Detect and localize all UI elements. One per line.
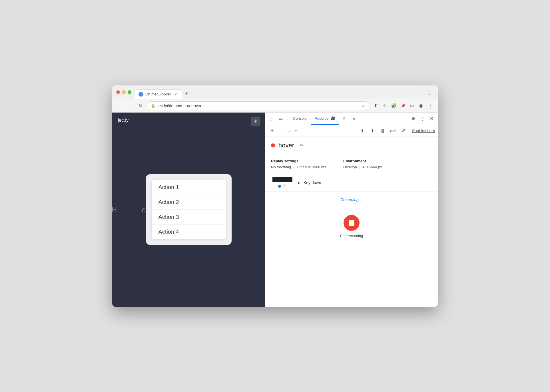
- reload-button[interactable]: ↻: [136, 102, 144, 110]
- console-tab[interactable]: Console: [290, 112, 310, 125]
- replay-recording-button[interactable]: ▷⏎: [389, 127, 397, 135]
- warning-icon: ⚠: [283, 183, 287, 189]
- tab-title: On menu hover: [145, 92, 171, 96]
- close-recorder-tab-button[interactable]: ✕: [340, 115, 348, 123]
- replay-settings-col: Replay settings No throttling | Timeout:…: [271, 159, 326, 169]
- menu-item-1[interactable]: Action 1: [152, 180, 226, 195]
- recording-header: hover ✏: [265, 137, 438, 154]
- settings-section: Replay settings No throttling | Timeout:…: [265, 154, 438, 174]
- search-icon: ⌕: [362, 103, 365, 108]
- close-traffic-light[interactable]: [116, 90, 120, 94]
- recording-name-text: hover: [284, 129, 294, 133]
- timeout-value: Timeout: 5000 ms: [296, 165, 326, 169]
- nav-icons: ⬆ ☆ 🧩 📌 ▭ ◉ ⋮: [372, 102, 434, 110]
- stop-icon: [349, 220, 354, 226]
- environment-col: Environment Desktop | 461×660 px: [343, 159, 382, 169]
- recording-dot: [271, 143, 275, 147]
- new-tab-button[interactable]: +: [182, 88, 191, 99]
- tab-overflow-button[interactable]: ⌄: [425, 89, 434, 98]
- nav-bar: ← → ↻ 🔒 jec.fyi/demo/menu-hover ⌕ ⬆ ☆ 🧩 …: [112, 99, 438, 113]
- tab-favicon: J: [138, 92, 143, 97]
- devtools-close-button[interactable]: ✕: [427, 115, 435, 123]
- recorder-divider: [279, 128, 279, 134]
- address-bar[interactable]: 🔒 jec.fyi/demo/menu-hover ⌕: [146, 101, 369, 110]
- dimensions-value: 461×660 px: [362, 165, 382, 169]
- upload-recording-button[interactable]: ⬆: [358, 127, 366, 135]
- url-text: jec.fyi/demo/menu-hover: [158, 103, 360, 108]
- toolbar-divider-2: [407, 116, 407, 121]
- recorder-icon: 🎥: [331, 116, 335, 120]
- stop-recording-button[interactable]: [344, 215, 360, 231]
- theme-toggle-button[interactable]: ☀: [251, 117, 260, 126]
- lock-icon: 🔒: [151, 103, 155, 108]
- browser-window: J On menu hover ✕ + ⌄ ← → ↻ 🔒 jec.fyi/de…: [112, 85, 438, 307]
- recorder-toolbar: + hover ▾ ⬆ ⬇ 🗑 ▷⏎ ↺ Send feedback: [265, 125, 438, 137]
- share-button[interactable]: ⬆: [372, 102, 380, 110]
- download-recording-button[interactable]: ⬇: [369, 127, 377, 135]
- event-timeline: ⚠: [271, 177, 294, 189]
- devtools-panel: ⬚ ▭ Console Recorder 🎥 ✕ » ⚙ ⋮ ✕: [265, 113, 438, 307]
- event-bar: [272, 177, 292, 182]
- page-greeting-text: H e!: [112, 205, 148, 214]
- recording-title: hover: [278, 142, 294, 149]
- expand-icon[interactable]: ▶: [297, 181, 301, 185]
- recorder-tab[interactable]: Recorder 🎥: [311, 112, 339, 125]
- menu-item-3[interactable]: Action 3: [152, 210, 226, 225]
- webpage-logo: jec.fyi: [118, 118, 130, 123]
- bookmark-button[interactable]: ☆: [381, 102, 389, 110]
- tabs-area: J On menu hover ✕ +: [134, 88, 422, 99]
- slow-replay-button[interactable]: ↺: [400, 127, 408, 135]
- more-tabs-button[interactable]: »: [350, 115, 358, 123]
- add-recording-button[interactable]: +: [268, 127, 276, 135]
- events-area: ⚠ ▶ Key down Recording…: [265, 174, 438, 307]
- device-toolbar-button[interactable]: ▭: [277, 115, 285, 123]
- cast-button[interactable]: ▭: [408, 102, 416, 110]
- toolbar-divider: [287, 116, 287, 121]
- event-dot: [278, 185, 281, 188]
- webpage-panel: jec.fyi ☀ H e! Action 1 Action 2 Action …: [112, 113, 265, 307]
- menu-card: Action 1 Action 2 Action 3 Action 4: [146, 174, 232, 245]
- end-recording-label: End recording: [340, 234, 363, 238]
- traffic-lights: [116, 90, 131, 97]
- recording-status: Recording…: [265, 192, 438, 208]
- menu-item-2[interactable]: Action 2: [152, 195, 226, 210]
- dropdown-icon: ▾: [295, 129, 297, 133]
- devtools-more-button[interactable]: ⋮: [418, 115, 426, 123]
- event-info: ▶ Key down: [297, 180, 321, 185]
- replay-settings-value: No throttling | Timeout: 5000 ms: [271, 165, 326, 169]
- event-row: ⚠ ▶ Key down: [265, 174, 438, 192]
- chrome-more-button[interactable]: ⋮: [426, 102, 434, 110]
- pin-button[interactable]: 📌: [399, 102, 407, 110]
- recorder-right-buttons: ⬆ ⬇ 🗑 ▷⏎ ↺ Send feedback: [358, 127, 435, 135]
- minimize-traffic-light[interactable]: [122, 90, 126, 94]
- back-button[interactable]: ←: [116, 102, 124, 110]
- edit-title-button[interactable]: ✏: [298, 141, 306, 149]
- tab-close-button[interactable]: ✕: [173, 92, 178, 97]
- environment-value: Desktop | 461×660 px: [343, 165, 382, 169]
- profile-button[interactable]: ◉: [417, 102, 425, 110]
- delete-recording-button[interactable]: 🗑: [379, 127, 387, 135]
- menu-inner: Action 1 Action 2 Action 3 Action 4: [152, 180, 226, 239]
- forward-button[interactable]: →: [126, 102, 134, 110]
- inspect-element-button[interactable]: ⬚: [268, 115, 276, 123]
- throttling-value: No throttling: [271, 165, 291, 169]
- menu-item-4[interactable]: Action 4: [152, 225, 226, 239]
- maximize-traffic-light[interactable]: [128, 90, 131, 94]
- extensions-button[interactable]: 🧩: [390, 102, 398, 110]
- devtools-settings-button[interactable]: ⚙: [409, 115, 417, 123]
- title-bar: J On menu hover ✕ + ⌄: [112, 85, 438, 99]
- active-tab[interactable]: J On menu hover ✕: [134, 89, 182, 99]
- recording-status-text: Recording…: [340, 197, 363, 202]
- devtools-toolbar: ⬚ ▭ Console Recorder 🎥 ✕ » ⚙ ⋮ ✕: [265, 113, 438, 125]
- environment-label: Environment: [343, 159, 382, 163]
- send-feedback-link[interactable]: Send feedback: [412, 129, 435, 133]
- settings-pipe-1: |: [293, 165, 294, 169]
- recording-selector[interactable]: hover ▾: [282, 127, 299, 134]
- main-content: jec.fyi ☀ H e! Action 1 Action 2 Action …: [112, 113, 438, 307]
- end-recording-area: End recording: [265, 208, 438, 245]
- replay-settings-label: Replay settings: [271, 159, 326, 163]
- settings-pipe-2: |: [359, 165, 360, 169]
- devtools-right-icons: ⚙ ⋮ ✕: [406, 115, 435, 123]
- profile-value: Desktop: [343, 165, 357, 169]
- event-label: Key down: [304, 180, 321, 185]
